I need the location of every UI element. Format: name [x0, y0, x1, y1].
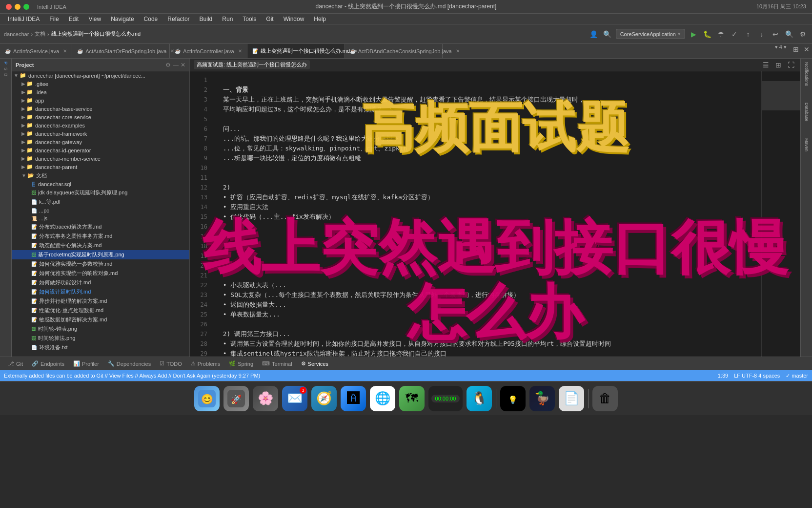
- dock-trash[interactable]: 🗑: [592, 386, 618, 411]
- tree-file-response[interactable]: 📝 如何优雅实现统一的响应对象.md: [12, 269, 189, 278]
- services-tool[interactable]: ⚙ Services: [297, 360, 332, 368]
- tree-file-func-design[interactable]: 📝 如何做好功能设计.md: [12, 278, 189, 287]
- minimize-button[interactable]: [15, 4, 20, 10]
- menu-window[interactable]: Window: [280, 15, 308, 23]
- git-commit-icon[interactable]: ✓: [729, 29, 740, 40]
- tree-file-params[interactable]: 📝 如何优雅实现统一参数校验.md: [12, 259, 189, 269]
- spring-tool[interactable]: 🌿 Spring: [225, 360, 257, 368]
- tree-gateway[interactable]: ▶ 📁 dancechar-gateway: [12, 138, 189, 146]
- tab-actdbcache[interactable]: ☕ ActDBAndCacheConsistSpringJob.java ✕: [345, 44, 443, 58]
- menu-intellij[interactable]: IntelliJ IDEA: [4, 15, 43, 23]
- menu-file[interactable]: File: [45, 15, 62, 23]
- tree-member-service[interactable]: ▶ 📁 dancechar-member-service: [12, 154, 189, 163]
- dock-mail[interactable]: ✉️: [282, 386, 307, 411]
- tree-file-encrypt[interactable]: 📝 敏感数据加解密解决方案.md: [12, 315, 189, 324]
- traffic-lights[interactable]: [6, 4, 29, 10]
- problems-tool[interactable]: ⚠ Problems: [187, 360, 224, 368]
- debug-button[interactable]: 🐛: [702, 29, 712, 40]
- breadcrumb-current[interactable]: 线上突然遇到一个接口很慢怎么办.md: [51, 30, 141, 38]
- tree-file-pc[interactable]: 📄 ...pc: [12, 207, 189, 214]
- menu-tools[interactable]: Tools: [239, 15, 260, 23]
- search-everywhere-icon[interactable]: 🔍: [602, 29, 613, 40]
- dock-maps[interactable]: 🗺: [399, 386, 425, 411]
- dock-preview[interactable]: 📄: [559, 386, 584, 411]
- dock-idea[interactable]: 💡: [500, 386, 526, 411]
- git-push-icon[interactable]: ↑: [743, 29, 753, 40]
- notifications-icon[interactable]: Notifications: [803, 61, 811, 87]
- menu-git[interactable]: Git: [262, 15, 277, 23]
- tree-parent[interactable]: ▶ 📁 dancechar-parent: [12, 163, 189, 171]
- undo-button[interactable]: ↩: [770, 29, 781, 40]
- tree-app[interactable]: ▶ 📁 app: [12, 96, 189, 105]
- coverage-button[interactable]: ☂: [715, 29, 726, 40]
- menu-code[interactable]: Code: [140, 15, 162, 23]
- tree-file-rocketmq-png[interactable]: 🖼 基于rocketmq实现延时队列原理.png: [12, 250, 189, 259]
- tree-file-delay-queue[interactable]: 📝 如何设计延时队列.md: [12, 287, 189, 296]
- tree-core-service[interactable]: ▶ 📁 dancechar-core-service: [12, 113, 189, 121]
- tree-id-generator[interactable]: ▶ 📁 dancechar-id-generator: [12, 146, 189, 154]
- profiler-tool[interactable]: 📊 Profiler: [69, 360, 103, 368]
- dock-timer[interactable]: 00:00:00: [428, 386, 463, 411]
- tree-root[interactable]: ▼ 📁 dancechar [dancechar-parent] ~/proje…: [12, 71, 189, 80]
- dock-petal[interactable]: 🌸: [253, 386, 278, 411]
- dock-tencent[interactable]: 🦆: [529, 386, 555, 411]
- tree-examples[interactable]: ▶ 📁 dancechar-examples: [12, 121, 189, 129]
- breadcrumb-docs[interactable]: 文档: [35, 30, 45, 38]
- endpoints-tool[interactable]: 🔗 Endpoints: [28, 360, 68, 368]
- tree-file-config[interactable]: 📝 动态配置中心解决方案.md: [12, 241, 189, 250]
- tree-file-pdf[interactable]: 📄 k...等.pdf: [12, 197, 189, 207]
- tree-framework[interactable]: ▶ 📁 dancechar-framework: [12, 129, 189, 138]
- menu-view[interactable]: View: [84, 15, 105, 23]
- run-configuration[interactable]: CoreServiceApplication ▾: [616, 29, 685, 39]
- maximize-button[interactable]: [23, 4, 29, 10]
- tree-file-transaction[interactable]: 📝 分布式事务之柔性事务方案.md: [12, 232, 189, 241]
- tree-file-timealgo[interactable]: 🖼 时间轮算法.png: [12, 334, 189, 343]
- editor-fullscreen-btn[interactable]: ⛶: [786, 60, 796, 70]
- tab-close-icon[interactable]: ✕: [238, 48, 242, 54]
- run-config-dropdown[interactable]: ▾: [678, 31, 681, 37]
- tree-docs[interactable]: ▼ 📂 文档: [12, 171, 189, 180]
- dock-finder[interactable]: 😊: [194, 386, 220, 411]
- tree-file-js[interactable]: 📜 ...js: [12, 214, 189, 222]
- git-pull-icon[interactable]: ↓: [756, 29, 767, 40]
- tab-close-icon[interactable]: ✕: [63, 48, 67, 54]
- dependencies-tool[interactable]: 🔧 Dependencies: [104, 360, 155, 368]
- bookmarks-panel-icon[interactable]: B: [2, 72, 9, 77]
- dock-appstore[interactable]: 🅰: [341, 386, 366, 411]
- settings-button[interactable]: ⚙: [797, 29, 808, 40]
- tree-file-sql[interactable]: 🗄 dancechar.sql: [12, 180, 189, 188]
- sidebar-collapse-icon[interactable]: —: [173, 62, 179, 68]
- menu-build[interactable]: Build: [196, 15, 217, 23]
- tree-gitee[interactable]: ▶ 📁 .gitee: [12, 80, 189, 88]
- sidebar-gear-icon[interactable]: ⚙: [165, 62, 171, 68]
- dock-chrome[interactable]: 🌐: [370, 386, 395, 411]
- editor-view-btn[interactable]: ☰: [760, 60, 771, 70]
- search-button[interactable]: 🔍: [784, 29, 794, 40]
- maven-icon[interactable]: Maven: [803, 137, 811, 153]
- dock-safari[interactable]: 🧭: [311, 386, 337, 411]
- dock-qq[interactable]: 🐧: [467, 386, 492, 411]
- person-icon[interactable]: 👤: [589, 29, 599, 40]
- tab-md-current[interactable]: 📝 线上突然遇到一个接口很慢怎么办.md ✕: [247, 44, 345, 58]
- editor-split-btn[interactable]: ⊞: [773, 60, 784, 70]
- tree-base-service[interactable]: ▶ 📁 dancechar-base-service: [12, 105, 189, 113]
- close-editor-icon[interactable]: ✕: [801, 44, 812, 55]
- todo-tool[interactable]: ☑ TODO: [156, 360, 186, 368]
- terminal-tool[interactable]: ⌨ Terminal: [258, 360, 296, 368]
- tree-file-env[interactable]: 📄 环境准备.txt: [12, 343, 189, 352]
- tab-actinfocontroller[interactable]: ☕ ActInfoController.java ✕: [170, 44, 247, 58]
- tree-file-traceid[interactable]: 📝 分布式traceid解决方案.md: [12, 222, 189, 232]
- menu-navigate[interactable]: Navigate: [107, 15, 138, 23]
- editor-text-content[interactable]: 一、背景 某一天早上，正在上班路上，突然间手机滴滴不断收到大量告警提醒，赶紧查看…: [209, 71, 761, 357]
- sidebar-close-icon[interactable]: ✕: [181, 62, 185, 68]
- dock-launchpad[interactable]: 🚀: [223, 386, 249, 411]
- menu-run[interactable]: Run: [218, 15, 237, 23]
- database-icon[interactable]: Database: [803, 101, 811, 123]
- tab-actinfoservice[interactable]: ☕ ActInfoService.java ✕: [0, 44, 72, 58]
- git-tool[interactable]: ⎇ Git: [4, 360, 27, 368]
- menu-help[interactable]: Help: [310, 15, 330, 23]
- tab-actautostartorend[interactable]: ☕ ActAutoStartOrEndSpringJob.java ✕: [72, 44, 170, 58]
- close-button[interactable]: [6, 4, 12, 10]
- tree-file-async[interactable]: 📝 异步并行处理的解决方案.md: [12, 296, 189, 306]
- menu-edit[interactable]: Edit: [65, 15, 83, 23]
